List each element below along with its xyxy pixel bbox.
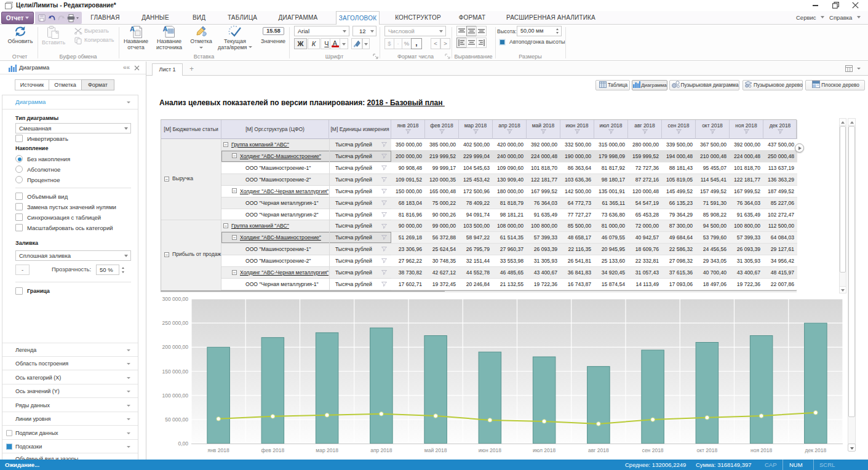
svg-text:июн 2018: июн 2018 — [479, 447, 501, 453]
svg-text:ноя 2018: ноя 2018 — [751, 447, 773, 453]
svg-text:250 000,00: 250 000,00 — [162, 320, 188, 326]
svg-text:50 000,00: 50 000,00 — [165, 416, 188, 423]
svg-text:сен 2018: сен 2018 — [642, 447, 664, 453]
svg-text:янв 2018: янв 2018 — [208, 447, 229, 453]
svg-text:300 000,00: 300 000,00 — [162, 296, 188, 302]
svg-text:мар 2018: мар 2018 — [316, 447, 338, 453]
svg-text:A: A — [130, 25, 135, 33]
svg-text:дек 2018: дек 2018 — [805, 447, 827, 453]
svg-text:0,00: 0,00 — [178, 440, 188, 447]
svg-text:фев 2018: фев 2018 — [261, 447, 285, 453]
svg-text:окт 2018: окт 2018 — [697, 447, 718, 453]
svg-text:июл 2018: июл 2018 — [533, 447, 555, 453]
svg-text:май 2018: май 2018 — [424, 447, 447, 453]
svg-text:A: A — [163, 25, 168, 33]
svg-text:150 000,00: 150 000,00 — [162, 368, 188, 375]
svg-text:апр 2018: апр 2018 — [370, 447, 392, 453]
svg-text:200 000,00: 200 000,00 — [162, 344, 188, 350]
svg-text:авг 2018: авг 2018 — [588, 447, 609, 453]
svg-text:100 000,00: 100 000,00 — [162, 392, 188, 399]
